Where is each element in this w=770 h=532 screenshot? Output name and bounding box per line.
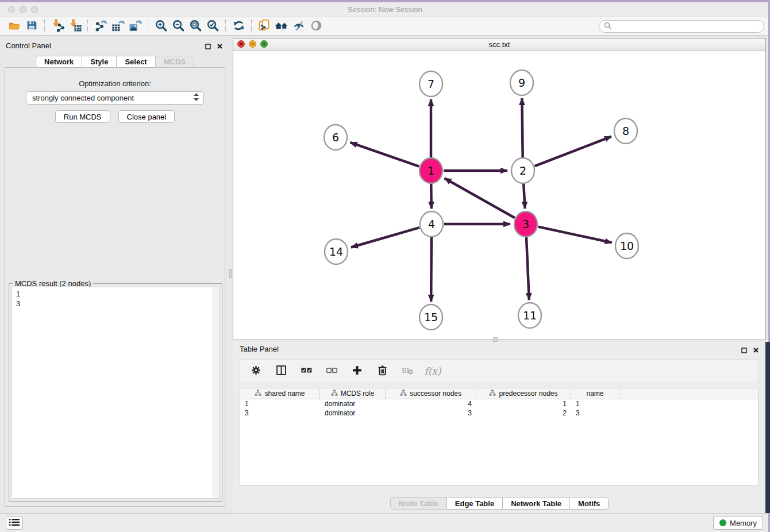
edge-4-15[interactable] (431, 237, 432, 302)
tab-network-table[interactable]: Network Table (502, 497, 570, 510)
tab-style[interactable]: Style (82, 56, 117, 68)
edge-1-6[interactable] (350, 142, 419, 167)
column-label: name (586, 390, 603, 398)
edge-3-1[interactable] (445, 178, 515, 218)
run-mcds-button[interactable]: Run MCDS (55, 110, 110, 123)
toggle-panels-button[interactable] (290, 18, 307, 34)
cell-predecessor-nodes[interactable]: 1 (476, 400, 571, 408)
edge-3-11[interactable] (526, 237, 529, 300)
select-stepper-icon (194, 93, 199, 103)
column-header-name[interactable]: name (571, 388, 619, 399)
select-all-columns-button[interactable] (299, 364, 314, 379)
toolbar-separator (87, 20, 88, 33)
close-panel-button[interactable]: Close panel (118, 110, 175, 123)
cell-mcds-role[interactable]: dominator (320, 409, 386, 417)
cell-name[interactable]: 3 (571, 409, 619, 417)
column-header-shared-name[interactable]: shared name (240, 388, 320, 399)
memory-button[interactable]: Memory (713, 516, 763, 530)
refresh-view-icon (232, 19, 245, 34)
clone-network-button[interactable] (256, 18, 273, 34)
import-network-button[interactable] (49, 18, 66, 34)
optimization-criterion-value: strongly connected component (32, 94, 194, 102)
zoom-fit-button[interactable] (187, 18, 204, 34)
preview-eye-button[interactable] (307, 18, 325, 34)
export-network-button[interactable] (92, 18, 109, 34)
delete-column-button[interactable] (375, 364, 390, 379)
edge-2-9[interactable] (522, 98, 522, 158)
network-window-titlebar[interactable]: scc.txt (233, 38, 765, 51)
task-history-button[interactable] (6, 516, 23, 530)
add-column-button[interactable] (349, 364, 364, 379)
tab-select[interactable]: Select (116, 56, 155, 68)
mcds-result-textarea[interactable]: 13 (11, 287, 220, 499)
tab-motifs[interactable]: Motifs (569, 497, 609, 510)
refresh-view-button[interactable] (230, 18, 247, 34)
cell-successor-nodes[interactable]: 3 (386, 409, 476, 417)
table-row[interactable]: 3dominator323 (240, 408, 758, 418)
add-column-icon (351, 364, 363, 378)
result-line: 1 (16, 289, 208, 299)
search-input[interactable] (614, 22, 759, 30)
zoom-in-icon (155, 19, 168, 34)
gear-button[interactable] (248, 364, 263, 379)
control-panel: Control Panel NetworkStyleSelectMCDS Opt… (0, 38, 230, 508)
memory-status-icon (719, 519, 726, 526)
optimization-criterion-select[interactable]: strongly connected component (26, 91, 204, 105)
cell-predecessor-nodes[interactable]: 2 (476, 409, 571, 417)
first-neighbors-button[interactable] (273, 18, 290, 34)
export-table-button[interactable] (109, 18, 126, 34)
result-scrollbar[interactable] (213, 287, 219, 498)
search-box[interactable] (599, 20, 764, 33)
column-header-mcds-role[interactable]: MCDS role (320, 388, 386, 399)
tab-node-table[interactable]: Node Table (390, 497, 447, 510)
mcds-result-group: MCDS result (2 nodes) 13 (9, 283, 222, 502)
node-label-9: 9 (518, 76, 525, 89)
panel-splitter-handle[interactable] (229, 269, 232, 278)
column-header-predecessor-nodes[interactable]: predecessor nodes (476, 388, 571, 399)
toolbar-separator (44, 20, 45, 33)
toolbar-separator (225, 20, 226, 33)
cell-shared-name[interactable]: 1 (240, 400, 320, 408)
tab-network[interactable]: Network (36, 56, 82, 68)
node-label-14: 14 (329, 245, 343, 258)
network-view-window: scc.txt 7968124314101511 (233, 38, 766, 340)
node-label-7: 7 (428, 78, 434, 90)
zoom-selected-button[interactable] (204, 18, 221, 34)
close-panel-icon[interactable] (217, 43, 223, 51)
select-all-columns-icon (301, 364, 313, 378)
node-label-8: 8 (622, 125, 629, 137)
edge-4-14[interactable] (351, 228, 419, 247)
tab-mcds[interactable]: MCDS (155, 56, 194, 68)
export-image-button[interactable] (126, 18, 144, 34)
import-table-button[interactable] (66, 18, 83, 34)
cell-mcds-role[interactable]: dominator (320, 400, 386, 408)
edge-2-3[interactable] (523, 183, 525, 209)
float-table-panel-icon[interactable] (741, 346, 747, 355)
zoom-in-button[interactable] (152, 18, 170, 34)
edge-3-10[interactable] (538, 227, 612, 243)
zoom-out-button[interactable] (170, 18, 187, 34)
window-resize-handle[interactable] (493, 337, 498, 342)
import-table-icon (68, 19, 82, 34)
cell-shared-name[interactable]: 3 (240, 409, 320, 417)
float-panel-icon[interactable] (205, 43, 211, 51)
cell-name[interactable]: 1 (571, 400, 619, 408)
tab-edge-table[interactable]: Edge Table (446, 497, 503, 510)
node-table: shared nameMCDS rolesuccessor nodesprede… (240, 388, 759, 485)
column-header-successor-nodes[interactable]: successor nodes (386, 388, 476, 399)
table-header-row: shared nameMCDS rolesuccessor nodesprede… (240, 388, 758, 399)
close-table-panel-icon[interactable] (753, 346, 759, 355)
save-session-button[interactable] (23, 18, 40, 34)
zoom-fit-icon (189, 19, 202, 34)
desktop-background (765, 342, 770, 513)
open-file-button[interactable] (6, 18, 23, 34)
cell-successor-nodes[interactable]: 4 (386, 400, 476, 408)
deselect-all-columns-button[interactable] (324, 364, 339, 379)
table-row[interactable]: 1dominator411 (240, 399, 758, 408)
deselect-all-columns-icon (326, 364, 338, 378)
application-window: Session: New Session Control Panel Netwo… (0, 0, 770, 532)
split-view-button[interactable] (274, 364, 288, 379)
edge-2-8[interactable] (535, 137, 611, 166)
network-canvas[interactable]: 7968124314101511 (233, 51, 765, 340)
open-file-icon (8, 19, 21, 34)
